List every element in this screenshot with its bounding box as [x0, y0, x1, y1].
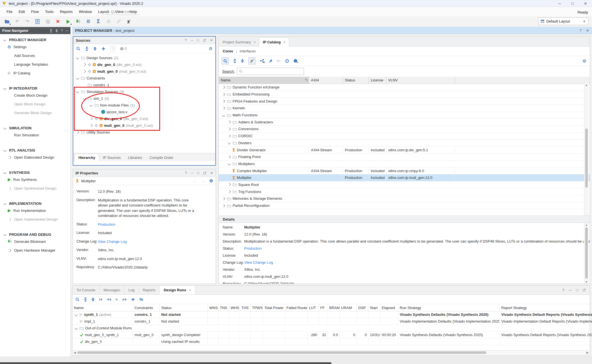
- scroll-up-icon[interactable]: ▲: [584, 83, 589, 87]
- chip-icon[interactable]: [285, 59, 289, 63]
- column-header-lut[interactable]: LUT: [308, 304, 319, 311]
- catalog-row[interactable]: Partial Reconfiguration: [219, 202, 590, 209]
- run-row[interactable]: synth_1 (active)constrs_1Not startedViva…: [72, 311, 590, 318]
- column-header-report-strategy[interactable]: Report Strategy: [500, 304, 592, 311]
- window-minimize-button[interactable]: ─: [553, 0, 566, 7]
- expander-open-icon[interactable]: [3, 39, 7, 41]
- open-project-button[interactable]: [4, 19, 10, 25]
- help-box-icon[interactable]: ?: [110, 46, 115, 51]
- sidebar-item-language-templates[interactable]: Language Templates: [0, 60, 70, 69]
- expand-all-icon[interactable]: [91, 298, 95, 301]
- column-header-run-strategy[interactable]: Run Strategy: [398, 304, 500, 311]
- sigma-reports-button[interactable]: Σ: [95, 19, 101, 25]
- expand-all-icon[interactable]: [55, 29, 58, 32]
- settings-gear-icon[interactable]: ⚙: [582, 58, 586, 64]
- expander-closed-icon[interactable]: [76, 131, 79, 133]
- expander-open-icon[interactable]: [82, 97, 86, 99]
- collapse-all-icon[interactable]: [50, 29, 52, 32]
- close-icon[interactable]: ✕: [210, 171, 213, 175]
- minimize-icon[interactable]: ─: [191, 38, 193, 42]
- close-icon[interactable]: ✕: [586, 28, 589, 33]
- column-header-total-power[interactable]: Total Power: [263, 304, 285, 311]
- column-header-vlnv[interactable]: VLNV: [386, 77, 455, 84]
- flow-section-header[interactable]: RTL ANALYSIS: [0, 147, 70, 153]
- generate-bitstream-toolbar-button[interactable]: 0110: [75, 19, 81, 25]
- column-header-tns[interactable]: TNS: [218, 304, 229, 311]
- menu-window[interactable]: Window: [76, 8, 95, 15]
- flow-section-header[interactable]: IMPLEMENTATION: [0, 201, 70, 206]
- catalog-row[interactable]: Multipliers: [219, 161, 590, 168]
- column-header-failed-routes[interactable]: Failed Routes: [285, 304, 308, 311]
- scroll-left-icon[interactable]: ◀: [73, 350, 77, 355]
- tree-row[interactable]: sim_1 (3): [73, 95, 215, 102]
- catalog-row[interactable]: Complex MultiplierAXI4-StreamProductionI…: [219, 167, 590, 174]
- flow-section-header[interactable]: IP INTEGRATOR: [0, 85, 70, 91]
- view-interfaces[interactable]: Interfaces: [240, 49, 256, 53]
- expander-open-icon[interactable]: [3, 149, 7, 151]
- column-header-license[interactable]: License: [369, 77, 386, 84]
- column-header-wns[interactable]: WNS: [208, 304, 218, 311]
- scroll-up-icon[interactable]: ▲: [584, 223, 589, 227]
- view-cores[interactable]: Cores: [223, 49, 233, 53]
- catalog-row[interactable]: Kernels: [219, 105, 590, 112]
- info-icon[interactable]: i: [293, 59, 297, 63]
- tab-ip-catalog[interactable]: IP Catalog×: [259, 37, 289, 46]
- expander-closed-icon[interactable]: [227, 135, 231, 137]
- maximize-icon[interactable]: □: [197, 171, 199, 175]
- minimize-icon[interactable]: ─: [569, 288, 571, 292]
- details-vertical-scrollbar[interactable]: ▲ ▼: [584, 223, 589, 284]
- quick-access-input[interactable]: Quick Access: [105, 9, 139, 15]
- expander-open-icon[interactable]: [3, 202, 7, 205]
- column-header-whs[interactable]: WHS: [229, 304, 240, 311]
- float-icon[interactable]: [203, 172, 206, 175]
- disabled-edit-button[interactable]: [116, 19, 122, 25]
- add-repository-icon[interactable]: [260, 59, 264, 63]
- column-header-ths[interactable]: THS: [240, 304, 251, 311]
- layout-selector[interactable]: Default Layout ▼: [538, 17, 588, 25]
- redo-button[interactable]: ↷: [24, 19, 30, 25]
- close-icon[interactable]: ✕: [210, 38, 213, 42]
- details-link[interactable]: View Change Log: [244, 260, 273, 265]
- expander-closed-icon[interactable]: [222, 107, 226, 109]
- tab-tcl-console[interactable]: Tcl Console: [72, 286, 100, 294]
- minimize-icon[interactable]: ─: [191, 171, 193, 175]
- customize-wrench-icon[interactable]: [268, 59, 272, 63]
- collapse-all-icon[interactable]: [84, 298, 87, 301]
- disabled-gear-button[interactable]: ⚙: [105, 19, 112, 25]
- expander-closed-icon[interactable]: [222, 93, 226, 96]
- float-icon[interactable]: [203, 39, 206, 42]
- maximize-icon[interactable]: □: [576, 288, 578, 292]
- flow-section-header[interactable]: SIMULATION: [0, 125, 70, 131]
- column-header-tpws[interactable]: TPWS: [251, 304, 263, 311]
- expander-closed-icon[interactable]: [227, 190, 231, 193]
- column-header-ff[interactable]: FF: [319, 304, 328, 311]
- tab-design-runs[interactable]: Design Runs×: [160, 286, 195, 294]
- step-forward-icon[interactable]: [123, 298, 127, 301]
- catalog-search-input[interactable]: ·: [237, 68, 304, 75]
- catalog-row[interactable]: Square Root: [219, 181, 590, 188]
- sidebar-item-open-synthesized-design[interactable]: Open Synthesized Design: [0, 184, 70, 193]
- percent-icon[interactable]: %: [139, 297, 143, 302]
- window-close-button[interactable]: ✕: [579, 0, 592, 7]
- tab-compile-order[interactable]: Compile Order: [146, 154, 177, 161]
- menu-edit[interactable]: Edit: [16, 8, 28, 15]
- catalog-row[interactable]: Adders & Subtracters: [219, 119, 590, 126]
- tab-reports[interactable]: Reports: [139, 286, 160, 294]
- tab-project-summary[interactable]: Project Summary×: [219, 38, 259, 46]
- expander-open-icon[interactable]: [74, 314, 78, 316]
- scrollbar-thumb[interactable]: [585, 227, 588, 279]
- expand-all-icon[interactable]: [241, 59, 244, 63]
- tree-row[interactable]: Constraints: [73, 75, 215, 81]
- undo-button[interactable]: ↶: [14, 19, 20, 25]
- expander-open-icon[interactable]: [89, 104, 93, 106]
- sidebar-item-add-sources[interactable]: Add Sources: [0, 51, 70, 60]
- column-header-status[interactable]: Status: [160, 304, 208, 311]
- expander-closed-icon[interactable]: [82, 63, 86, 66]
- group-by-category-icon[interactable]: #: [248, 57, 256, 65]
- scrollbar-thumb[interactable]: [77, 351, 486, 354]
- tree-row[interactable]: ipcore_test.v: [73, 108, 215, 115]
- search-icon[interactable]: [222, 57, 229, 65]
- tab-ip-sources[interactable]: IP Sources: [99, 154, 124, 161]
- details-link[interactable]: Production: [244, 246, 262, 250]
- minimize-icon[interactable]: ─: [66, 28, 68, 33]
